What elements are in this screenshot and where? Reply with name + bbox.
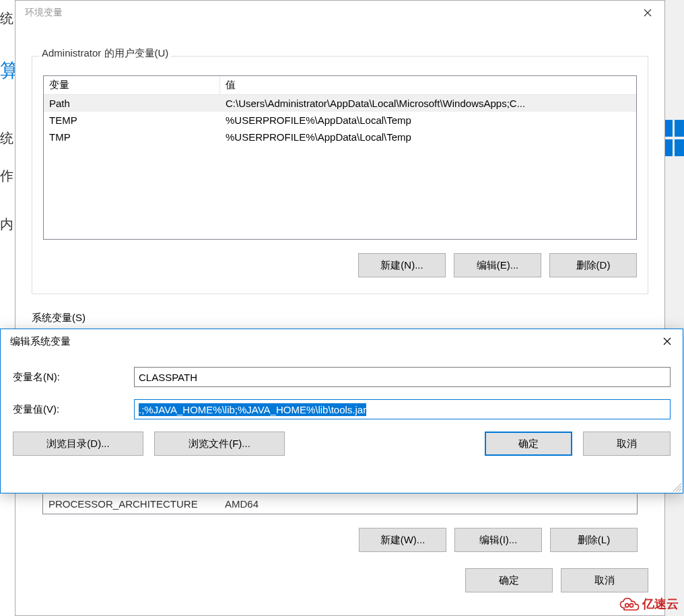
browse-directory-button[interactable]: 浏览目录(D)...	[13, 432, 143, 456]
watermark: 亿速云	[619, 596, 679, 612]
env-dialog-title: 环境变量	[25, 7, 63, 19]
env-dialog-titlebar: 环境变量	[15, 1, 664, 25]
delete-user-var-button[interactable]: 删除(D)	[549, 253, 637, 277]
environment-variables-dialog: 环境变量 Administrator 的用户变量(U) 变量 值 Path C:…	[15, 0, 665, 616]
windows-logo-icon	[664, 120, 684, 158]
system-variables-peek-row[interactable]: PROCESSOR_ARCHITECTURE AMD64	[42, 494, 638, 514]
edit-system-variable-dialog: 编辑系统变量 变量名(N): 变量值(V): .;%JAVA_HOME%\lib…	[0, 329, 683, 493]
close-icon	[663, 337, 671, 345]
svg-point-0	[625, 604, 629, 607]
svg-point-1	[629, 604, 633, 607]
env-ok-button[interactable]: 确定	[465, 568, 553, 592]
column-value-header[interactable]: 值	[220, 76, 636, 94]
bg-char-3: 统	[0, 129, 13, 147]
edit-ok-button[interactable]: 确定	[485, 432, 572, 456]
resize-grip-icon[interactable]	[672, 482, 681, 491]
browse-file-button[interactable]: 浏览文件(F)...	[154, 432, 285, 456]
bg-char-1: 统	[0, 9, 13, 28]
list-header: 变量 值	[44, 76, 636, 95]
edit-close-button[interactable]	[658, 333, 676, 350]
edit-sys-var-button[interactable]: 编辑(I)...	[454, 528, 542, 552]
user-variables-group: Administrator 的用户变量(U) 变量 值 Path C:\User…	[32, 56, 648, 294]
variable-value-input[interactable]: .;%JAVA_HOME%\lib;%JAVA_HOME%\lib\tools.…	[134, 399, 671, 419]
edit-dialog-titlebar[interactable]: 编辑系统变量	[1, 329, 683, 353]
edit-dialog-title: 编辑系统变量	[10, 335, 71, 348]
new-sys-var-button[interactable]: 新建(W)...	[359, 528, 446, 552]
watermark-text: 亿速云	[642, 596, 679, 612]
system-variables-label: 系统变量(S)	[32, 312, 648, 324]
list-row[interactable]: TEMP %USERPROFILE%\AppData\Local\Temp	[44, 112, 636, 129]
env-cancel-button[interactable]: 取消	[561, 568, 648, 592]
bg-char-4: 作	[0, 167, 13, 185]
bg-char-5: 内	[0, 215, 13, 234]
user-variables-label: Administrator 的用户变量(U)	[39, 47, 171, 60]
close-icon	[644, 9, 652, 17]
edit-user-var-button[interactable]: 编辑(E)...	[454, 253, 541, 277]
list-row[interactable]: TMP %USERPROFILE%\AppData\Local\Temp	[44, 129, 636, 145]
variable-name-label: 变量名(N):	[13, 371, 127, 384]
column-name-header[interactable]: 变量	[44, 76, 220, 94]
new-user-var-button[interactable]: 新建(N)...	[358, 253, 446, 277]
cloud-icon	[619, 596, 640, 611]
edit-cancel-button[interactable]: 取消	[583, 432, 671, 456]
list-row[interactable]: Path C:\Users\Administrator\AppData\Loca…	[44, 95, 636, 112]
variable-value-label: 变量值(V):	[13, 403, 127, 416]
delete-sys-var-button[interactable]: 删除(L)	[550, 528, 638, 552]
variable-name-input[interactable]	[134, 367, 671, 387]
user-variables-list[interactable]: 变量 值 Path C:\Users\Administrator\AppData…	[43, 75, 637, 240]
close-button[interactable]	[632, 2, 663, 24]
